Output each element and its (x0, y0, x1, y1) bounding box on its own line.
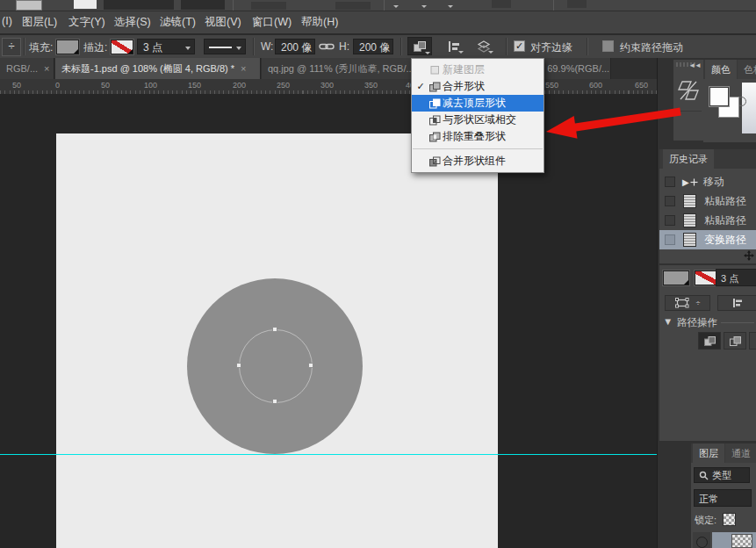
props-stroke-width-field[interactable]: 3 点 (716, 269, 756, 286)
stroke-color-swatch[interactable] (111, 40, 133, 54)
history-state-transform-path-selected[interactable]: 变换路径 (659, 230, 756, 249)
history-state-move[interactable]: ▶ 移动 (659, 172, 756, 191)
close-tab-icon[interactable]: × (241, 58, 246, 79)
layer-visibility-well[interactable] (693, 532, 710, 548)
search-icon (699, 471, 709, 480)
options-bar: ÷ 填充: 描边: 3 点 W: 200 像 H: 200 像 (0, 35, 756, 59)
cropped-control-fragment (104, 0, 174, 10)
selected-layer-row[interactable] (712, 532, 756, 548)
ruler-tick-label: 600 (589, 81, 602, 90)
blend-mode-dropdown[interactable]: 正常 (694, 489, 752, 507)
shape-width-field[interactable]: 200 像 (275, 39, 315, 54)
inner-circle-path[interactable] (239, 329, 313, 403)
canvas-area[interactable] (0, 94, 657, 548)
path-alignment-button[interactable] (442, 37, 466, 55)
solid-line-icon (209, 47, 232, 48)
link-dimensions-icon[interactable] (319, 41, 335, 52)
constrain-path-drag-checkbox[interactable] (602, 40, 614, 52)
document-canvas[interactable] (56, 133, 498, 548)
menu-item-exclude-overlapping-shapes[interactable]: 排除重叠形状 (412, 128, 544, 145)
menu-item-intersect-shape-areas[interactable]: 与形状区域相交 (412, 112, 544, 128)
history-source-checkbox[interactable] (665, 196, 675, 206)
stroke-width-dropdown[interactable]: 3 点 (137, 39, 195, 54)
cyan-guide-line[interactable] (0, 454, 657, 455)
menu-item-help[interactable]: 帮助(H) (301, 15, 338, 30)
ruler-tick-label: 350 (364, 81, 378, 90)
tab-color[interactable]: 颜色 (705, 60, 737, 79)
history-state-paste-path[interactable]: 粘贴路径 (659, 211, 756, 230)
path-anchor-right[interactable] (308, 363, 313, 368)
path-op-subtract-button[interactable] (724, 332, 746, 350)
caret-down-icon (421, 5, 427, 8)
cropped-control-fragment (335, 2, 371, 10)
history-source-checkbox[interactable] (665, 177, 675, 187)
stroke-type-dropdown[interactable] (204, 39, 246, 54)
history-source-checkbox[interactable] (665, 234, 675, 245)
history-source-checkbox[interactable] (665, 215, 675, 226)
fill-color-swatch[interactable] (56, 40, 79, 54)
path-op-intersect-button[interactable] (749, 332, 756, 350)
tab-swatches[interactable]: 色板 (738, 60, 756, 79)
combine-shapes-icon (413, 40, 427, 53)
menu-item-label: 与形状区域相交 (443, 112, 516, 127)
section-collapse-icon[interactable]: ▼ (663, 316, 673, 327)
document-tab[interactable]: RGB/... × (0, 58, 54, 79)
tab-history[interactable]: 历史记录 (663, 149, 714, 169)
path-anchor-top[interactable] (272, 327, 277, 332)
separator (400, 38, 401, 55)
path-anchor-left[interactable] (236, 363, 241, 368)
stroke-align-icon (731, 298, 744, 308)
horizontal-ruler[interactable]: 50 0 50 100 150 200 250 300 350 400 550 … (0, 79, 657, 95)
layers-panel: 图层 通道 类型 正常 锁定: (691, 443, 756, 548)
cropped-control-fragment (567, 0, 587, 8)
collapsed-panel-button[interactable] (675, 111, 702, 136)
collapse-dock-button[interactable]: ◄◄ (688, 61, 701, 69)
tab-label: 未标题-1.psd @ 108% (椭圆 4, RGB/8) * (61, 58, 234, 79)
document-tab-active[interactable]: 未标题-1.psd @ 108% (椭圆 4, RGB/8) * × (55, 58, 261, 79)
align-edges-checkbox[interactable]: ✓ (514, 40, 525, 52)
foreground-color-swatch[interactable] (709, 86, 730, 107)
path-op-combine-button[interactable] (698, 332, 721, 350)
path-operations-section-label: 路径操作 (677, 316, 717, 329)
menu-item-image-partial[interactable]: (I) (2, 15, 12, 27)
menu-item-view[interactable]: 视图(V) (205, 15, 241, 30)
ruler-tick-label: 150 (188, 81, 201, 90)
color-ramp[interactable] (742, 83, 756, 133)
menu-item-subtract-front-shape[interactable]: 减去顶层形状 (412, 95, 544, 112)
menu-item-layer[interactable]: 图层(L) (22, 15, 57, 30)
menu-item-merge-shape-components[interactable]: 合并形状组件 (412, 153, 544, 169)
cropped-toolbar-strip (0, 0, 756, 11)
menu-item-type[interactable]: 文字(Y) (68, 15, 105, 30)
menu-item-filter[interactable]: 滤镜(T) (160, 15, 196, 30)
menu-item-combine-shapes[interactable]: ✓ 合并形状 (412, 78, 544, 95)
tab-layers[interactable]: 图层 (693, 443, 724, 463)
stroke-align-dropdown[interactable]: ÷ (665, 295, 710, 311)
color-panel-header: 颜色 色板 (703, 60, 756, 79)
ruler-tick-label: 100 (144, 81, 157, 90)
layer-filter-dropdown[interactable]: 类型 (694, 467, 750, 483)
path-anchor-bottom[interactable] (272, 399, 277, 404)
caret-down-icon (185, 47, 191, 50)
path-arrangement-button[interactable] (472, 37, 496, 55)
layer-thumbnail[interactable] (731, 534, 752, 548)
menu-item-select[interactable]: 选择(S) (114, 15, 151, 30)
color-panel: 颜色 色板 (703, 60, 756, 142)
shape-height-field[interactable]: 200 像 (353, 39, 393, 54)
tab-channels[interactable]: 通道 (725, 443, 756, 463)
separator (587, 38, 587, 55)
props-fill-swatch[interactable] (663, 270, 689, 285)
separator (506, 38, 507, 55)
menu-item-window[interactable]: 窗口(W) (252, 15, 292, 30)
lock-transparency-icon[interactable] (723, 513, 736, 526)
menu-item-new-layer[interactable]: 新建图层 (412, 61, 544, 78)
collapsed-panel-button[interactable] (675, 72, 702, 109)
separator (24, 38, 25, 55)
close-tab-icon[interactable]: × (44, 58, 49, 79)
path-operations-button[interactable] (407, 37, 432, 55)
history-state-paste-path[interactable]: 粘贴路径 (659, 191, 756, 211)
stroke-type-dropdown-props[interactable] (717, 295, 756, 311)
ruler-tick-label: 50 (101, 81, 110, 90)
ruler-tick-label: 50 (12, 81, 21, 90)
cropped-control-fragment (251, 2, 286, 10)
tool-preset-button[interactable]: ÷ (2, 38, 21, 56)
